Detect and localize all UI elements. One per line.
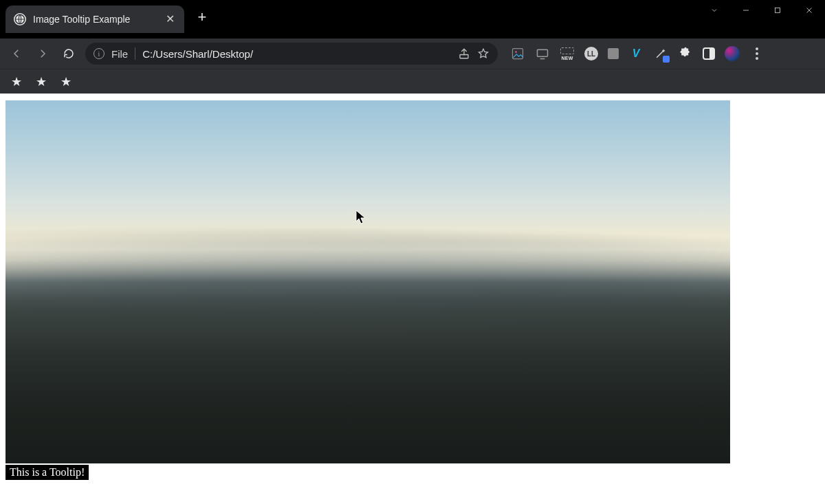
side-panel-icon[interactable] [703,47,715,60]
bookmark-star-icon[interactable]: ★ [36,74,47,89]
back-icon [10,47,23,60]
share-icon[interactable] [458,47,470,60]
gray-block-extension-icon[interactable] [608,48,619,59]
page-favicon-icon [14,13,26,25]
image-tooltip: This is a Tooltip! [6,465,89,480]
vimeo-icon[interactable]: V [628,46,644,61]
svg-point-7 [515,51,517,53]
star-icon[interactable] [477,47,490,60]
url-text: C:/Users/Sharl/Desktop/ [142,48,253,60]
svg-rect-5 [460,55,468,58]
window-controls [698,0,825,21]
bookmark-star-icon[interactable]: ★ [60,74,72,89]
tab-search-icon[interactable] [698,0,730,21]
url-scheme: File [111,48,128,60]
vimeo-label: V [632,47,640,60]
chrome-menu-icon[interactable] [749,46,764,61]
extension-icons: NEW LL V [510,46,764,61]
new-tab-button[interactable]: + [194,10,210,26]
ll-extension-icon[interactable]: LL [584,47,598,61]
tooltip-text: This is a Tooltip! [10,466,85,478]
svg-rect-8 [538,50,548,56]
maximize-icon[interactable] [762,0,793,21]
reload-icon [63,47,75,60]
forward-icon [36,47,49,60]
back-button[interactable] [7,44,26,63]
scheme-separator [135,47,135,60]
reload-button[interactable] [59,44,78,63]
extensions-icon[interactable] [678,46,693,61]
profile-avatar-icon[interactable] [725,46,740,61]
new-tab-icon: + [198,8,207,25]
minimize-icon[interactable] [730,0,762,21]
ll-label: LL [587,50,595,58]
new-badge-icon[interactable]: NEW [560,46,575,61]
close-tab-icon[interactable]: ✕ [166,14,175,25]
new-badge-label: NEW [561,56,573,61]
info-icon[interactable]: i [94,48,104,59]
image-extension-icon[interactable] [510,46,525,61]
bookmark-star-icon[interactable]: ★ [11,74,22,89]
forward-button[interactable] [33,44,52,63]
wand-extension-icon[interactable] [653,46,668,61]
hero-image[interactable] [6,100,730,463]
browser-toolbar: i File C:/Users/Sharl/Desktop/ NEW LL V [0,39,825,69]
address-bar[interactable]: i File C:/Users/Sharl/Desktop/ [85,43,498,65]
tab-title: Image Tooltip Example [33,14,159,25]
bookmarks-bar: ★ ★ ★ [0,69,825,94]
cast-icon[interactable] [535,46,550,61]
svg-rect-2 [776,8,780,13]
close-window-icon[interactable] [793,0,825,21]
window-titlebar: Image Tooltip Example ✕ + [0,0,825,39]
page-content: This is a Tooltip! [0,94,825,504]
browser-tab[interactable]: Image Tooltip Example ✕ [6,6,184,33]
